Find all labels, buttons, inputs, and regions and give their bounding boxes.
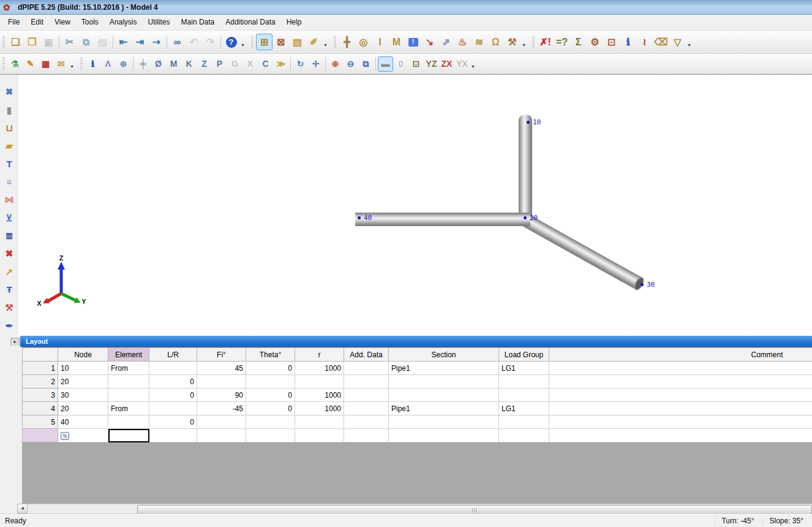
- cell-2-theta[interactable]: [246, 375, 295, 389]
- menu-item-additional-data[interactable]: Additional Data: [220, 15, 280, 30]
- beam-section-button[interactable]: I: [372, 34, 388, 50]
- newrow-cell-comment[interactable]: [549, 429, 812, 442]
- cell-5-fi[interactable]: [197, 415, 246, 429]
- edit-p-button[interactable]: P: [212, 56, 227, 72]
- toolbar-grip[interactable]: [80, 58, 83, 70]
- cell-1-load-group[interactable]: LG1: [499, 362, 549, 375]
- layout-table-button[interactable]: ⊞: [256, 34, 273, 50]
- train-load-button[interactable]: ⚙: [587, 34, 603, 50]
- cell-1-add-data[interactable]: [344, 362, 389, 375]
- cell-3-r[interactable]: 1000: [295, 389, 344, 402]
- scrollbar-track[interactable]: |||: [28, 504, 812, 514]
- scrollbar-thumb[interactable]: |||: [137, 505, 812, 514]
- restraint-box-button[interactable]: ⊡: [603, 34, 620, 50]
- help-button[interactable]: ?: [223, 34, 239, 50]
- cell-1-element[interactable]: From: [108, 362, 149, 375]
- toolbar-overflow-button[interactable]: ▾: [521, 35, 527, 50]
- append-row-button[interactable]: ⇢: [148, 34, 165, 50]
- cell-1-theta[interactable]: 0: [246, 362, 295, 375]
- newrow-cell-fi[interactable]: [197, 429, 246, 442]
- tee-support-button[interactable]: Ŧ: [2, 282, 17, 297]
- cell-2-comment[interactable]: [549, 375, 812, 389]
- decay-curve-button[interactable]: ↘: [421, 34, 438, 50]
- cell-3-load-group[interactable]: [499, 389, 549, 402]
- cell-4-load-group[interactable]: LG1: [499, 402, 549, 415]
- cell-2-l-r[interactable]: 0: [149, 375, 197, 389]
- toolbar-grip[interactable]: [251, 36, 254, 48]
- recalc-button[interactable]: =?: [554, 34, 570, 50]
- zoom-fit-button[interactable]: ⧉: [358, 56, 374, 72]
- mail-alert-button[interactable]: !: [405, 34, 421, 50]
- cell-1-fi[interactable]: 45: [197, 362, 246, 375]
- table-scroll-area[interactable]: NodeElementL/RFi°Theta°rAdd. DataSection…: [22, 347, 812, 504]
- toolbar-grip[interactable]: [2, 36, 5, 48]
- bell-button[interactable]: Ω: [487, 34, 504, 50]
- rigid-link-button[interactable]: ↗: [2, 265, 17, 279]
- zoom-out-button[interactable]: ⊖: [343, 56, 358, 72]
- newrow-cell-add-data[interactable]: [344, 429, 389, 442]
- toolbar-grip[interactable]: [2, 58, 5, 70]
- newrow-cell-section[interactable]: [389, 429, 499, 442]
- copy-button[interactable]: ⧉: [78, 34, 94, 50]
- measure-button[interactable]: Λ: [100, 56, 116, 72]
- cell-2-add-data[interactable]: [344, 375, 389, 389]
- cell-1-r[interactable]: 1000: [295, 362, 344, 375]
- cell-4-comment[interactable]: [549, 402, 812, 415]
- tee-button[interactable]: T: [2, 156, 17, 170]
- cell-5-comment[interactable]: [549, 415, 812, 429]
- wizard-button[interactable]: ✐: [306, 34, 322, 50]
- menu-item-view[interactable]: View: [49, 15, 76, 30]
- chart-button[interactable]: ⇗: [438, 34, 454, 50]
- cell-5-element[interactable]: [108, 415, 149, 429]
- menu-item-file[interactable]: File: [2, 15, 25, 30]
- col-header-node[interactable]: Node: [58, 348, 108, 362]
- weight-button[interactable]: ▮: [2, 102, 17, 116]
- cell-1-comment[interactable]: [549, 362, 812, 375]
- view-zx-button[interactable]: ZX: [439, 56, 454, 72]
- snubber-button[interactable]: ⋈: [2, 192, 17, 207]
- tools-button[interactable]: ⚒: [504, 34, 521, 50]
- cut-button[interactable]: ✂: [61, 34, 78, 50]
- cell-3-theta[interactable]: 0: [246, 389, 295, 402]
- col-header-fi[interactable]: Fi°: [197, 348, 246, 362]
- pipe-horizontal[interactable]: [355, 213, 530, 226]
- newrow-cell-load-group[interactable]: [499, 429, 549, 442]
- cell-4-fi[interactable]: -45: [197, 402, 246, 415]
- sum-button[interactable]: Σ: [570, 34, 587, 50]
- flange-data-button[interactable]: ◎: [355, 34, 372, 50]
- cell-2-fi[interactable]: [197, 375, 246, 389]
- edit-k-button[interactable]: K: [181, 56, 197, 72]
- zoom-in-button[interactable]: ⊕: [328, 56, 343, 72]
- temperature-button[interactable]: ♨: [454, 34, 471, 50]
- center-target-button[interactable]: ⊕: [116, 56, 131, 72]
- cell-4-theta[interactable]: 0: [246, 402, 295, 415]
- anchor-button[interactable]: ✖: [2, 85, 17, 99]
- cell-2-section[interactable]: [389, 375, 499, 389]
- toolbar-overflow-button[interactable]: ▾: [686, 35, 693, 50]
- edit-material-button[interactable]: M: [166, 56, 181, 72]
- toolbar-overflow-button[interactable]: ▾: [239, 35, 246, 50]
- valve-data-button[interactable]: ╋: [339, 34, 355, 50]
- cell-2-node[interactable]: 20: [58, 375, 108, 389]
- cell-5-load-group[interactable]: [499, 415, 549, 429]
- pipe-vertical[interactable]: [519, 115, 532, 222]
- newrow-cell-rownum[interactable]: [23, 429, 58, 442]
- spool-button[interactable]: ▦: [38, 56, 53, 72]
- cell-5-r[interactable]: [295, 415, 344, 429]
- col-header-element[interactable]: Element: [108, 348, 149, 362]
- cell-4-rownum[interactable]: 4: [23, 402, 58, 415]
- col-header-comment[interactable]: Comment: [549, 348, 812, 362]
- pipe-draw-button[interactable]: ✒: [2, 319, 17, 333]
- bellows-button[interactable]: ≣: [2, 229, 17, 243]
- spring-hanger-button[interactable]: ✖: [2, 246, 17, 260]
- render-solid-button[interactable]: ▬: [378, 56, 393, 72]
- col-header-section[interactable]: Section: [389, 348, 499, 362]
- cell-1-node[interactable]: 10: [58, 362, 108, 375]
- cell-4-element[interactable]: From: [108, 402, 149, 415]
- layout-collapse-button[interactable]: ▸: [10, 338, 20, 346]
- eraser-button[interactable]: ⌫: [653, 34, 669, 50]
- toolbar-overflow-button[interactable]: ▾: [470, 56, 476, 71]
- cell-1-rownum[interactable]: 1: [23, 362, 58, 375]
- newrow-cell-node[interactable]: ✎: [58, 429, 108, 442]
- cell-5-node[interactable]: 40: [58, 415, 108, 429]
